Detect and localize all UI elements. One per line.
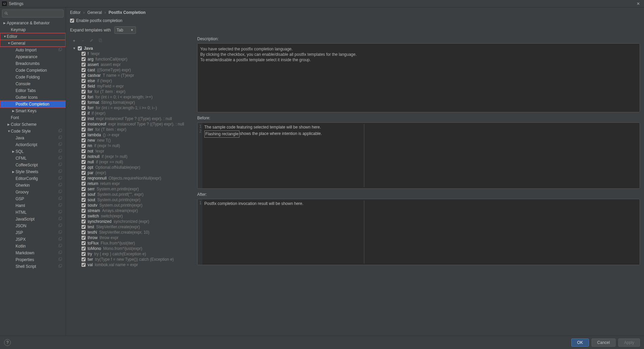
template-row[interactable]: testStepVerifier.create(expr) <box>70 224 194 230</box>
template-checkbox[interactable] <box>82 73 86 77</box>
sidebar-item-color-scheme[interactable]: ▶Color Scheme <box>0 121 66 128</box>
template-checkbox[interactable] <box>82 144 86 148</box>
sidebar-item-markdown[interactable]: Markdown <box>0 250 66 256</box>
template-checkbox[interactable] <box>82 182 86 186</box>
template-row[interactable]: nnif (expr != null) <box>70 143 194 148</box>
cancel-button[interactable]: Cancel <box>592 339 616 347</box>
template-row[interactable]: nullif (expr == null) <box>70 159 194 165</box>
close-icon[interactable]: ✕ <box>635 1 642 7</box>
template-row[interactable]: instanceofexpr instanceof Type ? ((Type)… <box>70 121 194 127</box>
expand-key-combo[interactable]: Tab ▼ <box>114 26 136 34</box>
remove-button[interactable]: － <box>81 38 85 44</box>
template-checkbox[interactable] <box>82 122 86 126</box>
settings-tree[interactable]: ▶Appearance & BehaviorKeymap▼Editor▼Gene… <box>0 20 66 335</box>
sidebar-item-cfml[interactable]: CFML <box>0 155 66 162</box>
sidebar-item-breadcrumbs[interactable]: Breadcrumbs <box>0 60 66 67</box>
template-row[interactable]: returnreturn expr <box>70 181 194 186</box>
template-row[interactable]: reqnonnullObjects.requireNonNull(expr) <box>70 176 194 181</box>
template-row[interactable]: argfunctionCall(expr) <box>70 56 194 62</box>
template-row[interactable]: toMonoMono.from*/just(expr) <box>70 246 194 251</box>
apply-button[interactable]: Apply <box>618 339 640 347</box>
sidebar-item-java[interactable]: Java <box>0 135 66 141</box>
template-checkbox[interactable] <box>82 241 86 245</box>
template-checkbox[interactable] <box>82 192 86 196</box>
copy-button[interactable] <box>98 38 102 43</box>
sidebar-item-smart-keys[interactable]: ▶Smart Keys <box>0 108 66 114</box>
template-row[interactable]: ifif (expr) <box>70 111 194 116</box>
sidebar-item-gherkin[interactable]: Gherkin <box>0 182 66 189</box>
sidebar-item-editor-tabs[interactable]: Editor Tabs <box>0 87 66 94</box>
template-checkbox[interactable] <box>82 79 86 83</box>
template-checkbox[interactable] <box>82 247 86 251</box>
template-row[interactable]: synchronizedsynchronized (expr) <box>70 219 194 224</box>
sidebar-item-haml[interactable]: Haml <box>0 202 66 209</box>
sidebar-item-kotlin[interactable]: Kotlin <box>0 243 66 250</box>
template-checkbox[interactable] <box>82 203 86 207</box>
sidebar-item-font[interactable]: Font <box>0 114 66 121</box>
sidebar-item-sql[interactable]: ▶SQL <box>0 148 66 155</box>
sidebar-item-keymap[interactable]: Keymap <box>0 26 66 33</box>
add-button[interactable]: ＋ <box>72 38 76 44</box>
template-checkbox[interactable] <box>82 138 86 142</box>
sidebar-item-shell-script[interactable]: Shell Script <box>0 263 66 270</box>
template-checkbox[interactable] <box>82 187 86 191</box>
template-checkbox[interactable] <box>82 198 86 202</box>
template-row[interactable]: soutSystem.out.println(expr) <box>70 197 194 203</box>
template-checkbox[interactable] <box>82 165 86 169</box>
enable-postfix-checkbox[interactable] <box>70 19 74 23</box>
ok-button[interactable]: OK <box>571 339 589 347</box>
template-checkbox[interactable] <box>82 236 86 240</box>
template-checkbox[interactable] <box>82 100 86 104</box>
sidebar-item-javascript[interactable]: JavaScript <box>0 216 66 223</box>
template-checkbox[interactable] <box>82 219 86 224</box>
template-row[interactable]: toFluxFlux.from*/just(iter) <box>70 240 194 246</box>
template-row[interactable]: forifor (int i = 0; i < expr.length; i++… <box>70 94 194 100</box>
breadcrumb-segment[interactable]: Editor <box>70 10 80 15</box>
sidebar-item-json[interactable]: JSON <box>0 223 66 229</box>
template-checkbox[interactable] <box>82 214 86 218</box>
template-row[interactable]: serrSystem.err.println(expr) <box>70 186 194 192</box>
template-checkbox[interactable] <box>82 263 86 267</box>
search-input[interactable] <box>10 11 61 16</box>
template-row[interactable]: forfor (T item : expr) <box>70 89 194 94</box>
sidebar-item-gsp[interactable]: GSP <box>0 195 66 202</box>
template-checkbox[interactable] <box>82 95 86 99</box>
template-checkbox[interactable] <box>82 209 86 213</box>
help-button[interactable]: ? <box>4 339 11 346</box>
sidebar-item-code-completion[interactable]: Code Completion <box>0 67 66 74</box>
sidebar-item-html[interactable]: HTML <box>0 209 66 216</box>
template-row[interactable]: soufSystem.out.printf("", expr) <box>70 192 194 197</box>
template-checkbox[interactable] <box>82 225 86 229</box>
language-node[interactable]: ▼ Java <box>70 46 194 51</box>
sidebar-item-code-folding[interactable]: Code Folding <box>0 74 66 80</box>
sidebar-item-jspx[interactable]: JSPX <box>0 236 66 243</box>
template-checkbox[interactable] <box>82 111 86 115</box>
template-checkbox[interactable] <box>82 63 86 67</box>
sidebar-item-general[interactable]: ▼General <box>0 40 66 47</box>
template-checkbox[interactable] <box>82 176 86 180</box>
search-input-wrapper[interactable] <box>2 9 64 18</box>
template-row[interactable]: switchswitch(expr) <box>70 213 194 219</box>
template-row[interactable]: assertassert expr <box>70 62 194 67</box>
sidebar-item-coffeescript[interactable]: CoffeeScript <box>0 162 66 168</box>
template-checkbox[interactable] <box>82 160 86 164</box>
template-row[interactable]: trytry { exp } catch(Exception e) <box>70 251 194 257</box>
sidebar-item-gutter-icons[interactable]: Gutter Icons <box>0 94 66 101</box>
template-row[interactable]: par(expr) <box>70 170 194 176</box>
template-checkbox[interactable] <box>82 117 86 121</box>
template-checkbox[interactable] <box>82 68 86 72</box>
template-checkbox[interactable] <box>82 90 86 94</box>
template-row[interactable]: iterfor (T item : expr) <box>70 127 194 132</box>
template-row[interactable]: cast((SomeType) expr) <box>70 67 194 73</box>
template-row[interactable]: castvarT name = (T)expr <box>70 73 194 78</box>
language-checkbox[interactable] <box>78 46 82 50</box>
sidebar-item-style-sheets[interactable]: ▶Style Sheets <box>0 168 66 175</box>
template-checkbox[interactable] <box>82 127 86 132</box>
template-row[interactable]: elseif (!expr) <box>70 78 194 84</box>
template-row[interactable]: vallombok.val name = expr <box>70 262 194 267</box>
sidebar-item-actionscript[interactable]: ActionScript <box>0 141 66 148</box>
template-checkbox[interactable] <box>82 257 86 261</box>
template-row[interactable]: lambda() -> expr <box>70 132 194 138</box>
sidebar-item-groovy[interactable]: Groovy <box>0 189 66 195</box>
sidebar-item-postfix-completion[interactable]: Postfix Completion <box>0 101 66 108</box>
